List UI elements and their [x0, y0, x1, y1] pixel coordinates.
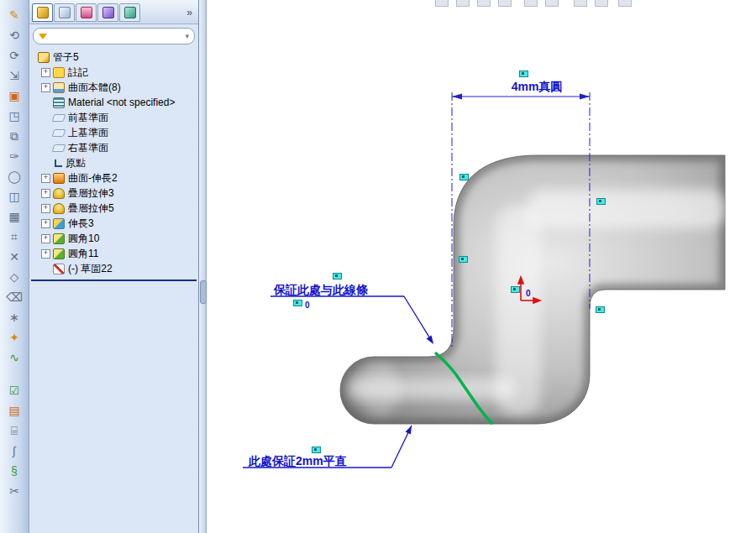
- configuration-manager-icon: [81, 7, 92, 18]
- sketch-pencil-icon[interactable]: ✎: [3, 6, 26, 25]
- filter-chevron-down-icon[interactable]: ▾: [185, 32, 189, 40]
- tree-item-top-plane[interactable]: 上基準面: [29, 125, 198, 140]
- clip-tool-icon[interactable]: ⌸: [3, 421, 26, 441]
- expand-toggle[interactable]: +: [41, 189, 50, 198]
- tab-featuremanager[interactable]: [32, 3, 53, 22]
- constraint-marker[interactable]: [333, 273, 342, 280]
- tab-dimxpertmanager[interactable]: [97, 3, 118, 22]
- expand-toggle[interactable]: +: [41, 219, 50, 228]
- loft-icon: [53, 203, 65, 214]
- diamond-icon[interactable]: ◇: [3, 268, 26, 287]
- pattern-icon[interactable]: ∗: [3, 308, 26, 327]
- tree-item-loft5[interactable]: +疊層拉伸5: [29, 201, 198, 216]
- spline-icon-glyph: ∿: [9, 351, 19, 364]
- expand-toggle[interactable]: +: [41, 204, 50, 213]
- grid-icon[interactable]: ▦: [3, 207, 26, 227]
- expand-toggle[interactable]: +: [41, 249, 50, 259]
- copy-icon-glyph: ◳: [8, 109, 19, 123]
- tree-item-label: Material <not specified>: [68, 97, 175, 108]
- constraint-marker[interactable]: [519, 71, 528, 77]
- dimension-arrow-right: [580, 94, 590, 100]
- rotate-right-icon[interactable]: ⟳: [3, 46, 26, 65]
- tree-item-label: 前基準面: [68, 111, 108, 125]
- tree-item-label: 原點: [66, 156, 86, 170]
- table-tool-icon[interactable]: ▤: [3, 401, 26, 421]
- pen-icon[interactable]: ✑: [3, 147, 26, 166]
- constraint-marker[interactable]: [596, 198, 606, 205]
- splitter-handle[interactable]: [200, 280, 207, 304]
- tab-propertymanager[interactable]: [54, 3, 75, 22]
- spring-tool-icon[interactable]: §: [3, 462, 26, 481]
- tree-item-loft3[interactable]: +疊層拉伸3: [29, 186, 198, 201]
- fillet-icon: [53, 233, 65, 244]
- tree-item-right-plane[interactable]: 右基準面: [29, 140, 198, 155]
- trim-tool-icon[interactable]: ✂: [3, 482, 26, 501]
- tree-item-surface-bodies[interactable]: +曲面本體(8): [29, 80, 198, 95]
- tree-item-label: 右基準面: [68, 141, 108, 155]
- pipe-shading: [340, 155, 727, 424]
- delete-icon[interactable]: ✕: [3, 248, 26, 267]
- rollback-bar[interactable]: [31, 280, 197, 281]
- curve-tool-icon[interactable]: ∫: [3, 442, 26, 461]
- dimension-text[interactable]: 4mm真圓: [484, 81, 590, 92]
- section-view-icon[interactable]: ◫: [3, 187, 26, 206]
- tabs-overflow-chevron[interactable]: »: [183, 7, 196, 18]
- tree-item-extrude3[interactable]: +伸長3: [29, 216, 198, 231]
- spline-icon[interactable]: ∿: [3, 348, 26, 368]
- tree-item-origin[interactable]: 原點: [29, 155, 198, 170]
- graphics-viewport[interactable]: 4mm真圓 保証此處与此線條 此處保証2mm平直 0 0: [207, 0, 756, 533]
- magic-wand-icon[interactable]: ✦: [3, 328, 26, 347]
- tree-item-part[interactable]: 管子5: [29, 50, 198, 65]
- tree-item-sketch22[interactable]: (-) 草圁22: [29, 261, 198, 276]
- tree-item-annotations[interactable]: +註記: [29, 65, 198, 80]
- note-coincident-text[interactable]: 保証此處与此線條: [274, 284, 368, 295]
- constraint-marker[interactable]: [459, 174, 469, 180]
- dimension-arrow-left: [452, 94, 462, 100]
- constraint-marker[interactable]: [293, 300, 302, 306]
- constraint-marker[interactable]: [596, 306, 605, 313]
- circle-icon[interactable]: ◯: [3, 167, 26, 186]
- origin-icon: [55, 159, 62, 167]
- feature-tree: 管子5 +註記 +曲面本體(8) Material <not specified…: [29, 46, 198, 281]
- expand-toggle[interactable]: +: [41, 174, 50, 183]
- note-flat-text[interactable]: 此處保証2mm平直: [249, 455, 347, 467]
- duplicate-icon[interactable]: ⧉: [3, 127, 26, 146]
- constraint-marker[interactable]: [511, 286, 520, 293]
- zero-dimension-label[interactable]: 0: [526, 289, 531, 298]
- rotate-right-icon-glyph: ⟳: [9, 49, 19, 62]
- panel-tabs: »: [29, 0, 198, 24]
- filter-input[interactable]: [48, 29, 185, 43]
- annotations-folder-icon: [53, 67, 65, 78]
- tree-item-front-plane[interactable]: 前基準面: [29, 110, 198, 125]
- panel-splitter[interactable]: [199, 0, 207, 533]
- plane-icon: [52, 144, 66, 152]
- zero-dimension-label[interactable]: 0: [305, 300, 310, 310]
- hatch-icon[interactable]: ⌗: [3, 227, 26, 247]
- tree-item-label: 圓角11: [68, 247, 98, 261]
- eraser-icon[interactable]: ⌫: [3, 288, 26, 307]
- tab-displaymanager[interactable]: [119, 3, 140, 22]
- tree-item-material[interactable]: Material <not specified>: [29, 95, 198, 110]
- copy-icon[interactable]: ◳: [3, 107, 26, 126]
- expand-toggle[interactable]: +: [41, 83, 50, 92]
- delete-icon-glyph: ✕: [9, 250, 19, 264]
- circle-icon-glyph: ◯: [8, 170, 21, 183]
- tab-configurationmanager[interactable]: [76, 3, 97, 22]
- constraint-marker[interactable]: [459, 256, 468, 263]
- tree-item-fillet11[interactable]: +圓角11: [29, 246, 198, 261]
- constraint-marker[interactable]: [312, 447, 321, 453]
- rotate-left-icon[interactable]: ⟲: [3, 26, 26, 45]
- tree-item-label: 管子5: [53, 50, 79, 65]
- tree-item-label: 圓角10: [68, 232, 99, 246]
- solid-box-icon[interactable]: ▣: [3, 86, 26, 106]
- property-manager-icon: [59, 7, 71, 18]
- tree-item-fillet10[interactable]: +圓角10: [29, 231, 198, 246]
- tree-item-surface-extrude2[interactable]: +曲面-伸長2: [29, 170, 198, 186]
- move-entity-icon[interactable]: ⇲: [3, 66, 26, 86]
- fillet-icon: [53, 248, 65, 259]
- expand-toggle[interactable]: +: [41, 234, 50, 243]
- checkbox-tool-icon[interactable]: ☑: [3, 381, 26, 400]
- tree-item-label: 曲面本體(8): [68, 81, 121, 95]
- expand-toggle[interactable]: +: [41, 68, 50, 77]
- duplicate-icon-glyph: ⧉: [10, 129, 18, 143]
